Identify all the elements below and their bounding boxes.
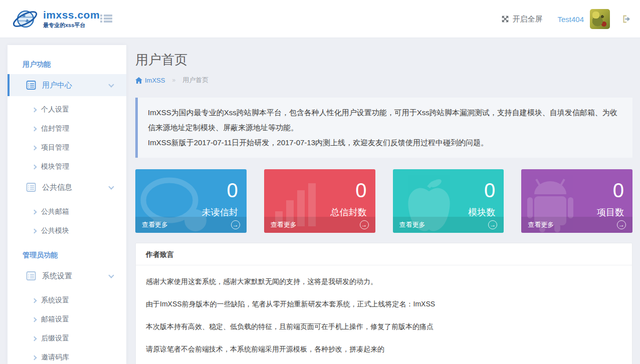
- intro-alert: ImXSS为国内最专业的Xss跨站脚本平台，包含各种人性化用户设置功能，可用于X…: [135, 98, 632, 158]
- fullscreen-label: 开启全屏: [512, 15, 542, 24]
- stat-card-project-count[interactable]: 0 项目数 查看更多 →: [521, 169, 632, 233]
- sidebar-item-public-info[interactable]: 公共信息: [8, 176, 126, 198]
- breadcrumb-current: 用户首页: [182, 76, 208, 85]
- sidebar-item-personal-settings[interactable]: 个人设置: [8, 100, 126, 119]
- sidebar-item-label: 公共信息: [42, 183, 72, 192]
- sidebar-section-user-functions: 用户功能: [8, 59, 126, 69]
- sidebar-item-module-management[interactable]: 模块管理: [8, 157, 126, 176]
- author-paragraph: 请原谅笔者不会前端技术，本系统前端采用开源模板，各种抄改，拼凑起来的: [146, 344, 622, 354]
- author-paragraph: 由于ImXSS前身版本的一些缺陷，笔者从零开始重新研发本套系统，正式上线将定名：…: [146, 299, 622, 309]
- list-alt-icon: [26, 271, 36, 281]
- breadcrumb: ImXSS » 用户首页: [135, 76, 632, 85]
- sidebar-item-label: 用户中心: [42, 81, 72, 90]
- user-avatar[interactable]: [590, 9, 610, 29]
- stat-card-module-count[interactable]: 0 模块数 查看更多 →: [393, 169, 504, 233]
- username-link[interactable]: Test404: [557, 15, 584, 24]
- home-icon: [135, 77, 142, 84]
- sidebar-item-project-management[interactable]: 项目管理: [8, 138, 126, 157]
- chevron-right-icon: [32, 298, 37, 303]
- list-alt-icon: [26, 182, 36, 192]
- sidebar-item-label: 系统设置: [42, 271, 72, 281]
- chevron-right-icon: [32, 126, 37, 131]
- card-more-link[interactable]: 查看更多 →: [393, 217, 504, 233]
- author-paragraph: 感谢大家使用这套系统，感谢大家默默无闻的支持，这将是我研发的动力。: [146, 276, 622, 287]
- author-message-panel: 作者致言 感谢大家使用这套系统，感谢大家默默无闻的支持，这将是我研发的动力。 由…: [135, 243, 632, 364]
- chevron-right-icon: [32, 164, 37, 169]
- stat-value: 0: [227, 179, 238, 202]
- fullscreen-icon: [501, 15, 509, 23]
- sidebar-toggle-list-icon[interactable]: [100, 15, 112, 24]
- sidebar-item-public-module[interactable]: 公共模块: [8, 221, 126, 240]
- chevron-right-icon: [32, 145, 37, 150]
- globe-icon: [11, 5, 39, 33]
- sidebar-item-system-settings[interactable]: 系统设置: [8, 291, 126, 310]
- sidebar-item-invite-code-library[interactable]: 邀请码库: [8, 348, 126, 364]
- arrow-circle-icon: →: [617, 220, 626, 229]
- sidebar-item-system-settings-group[interactable]: 系统设置: [8, 265, 126, 287]
- stat-value: 0: [484, 179, 495, 202]
- logout-icon: [621, 15, 631, 24]
- stat-card-unread-envelopes[interactable]: 0 未读信封 查看更多 →: [135, 169, 247, 233]
- chevron-right-icon: [32, 355, 37, 360]
- page-title: 用户首页: [135, 51, 632, 69]
- logo-title: imxss.com: [43, 9, 100, 21]
- panel-title: 作者致言: [136, 243, 632, 265]
- stat-value: 0: [613, 179, 624, 202]
- list-alt-icon: [26, 80, 36, 90]
- chevron-right-icon: [32, 317, 37, 322]
- card-more-link[interactable]: 查看更多 →: [135, 217, 247, 233]
- intro-line-1: ImXSS为国内最专业的Xss跨站脚本平台，包含各种人性化用户设置功能，可用于X…: [148, 105, 622, 135]
- chevron-right-icon: [32, 228, 37, 233]
- sidebar: 用户功能 用户中心 个人设置 信封管理 项目管理 模块管理 公共信息: [8, 45, 126, 364]
- author-paragraph: 本次版本持有高效、稳定、低负载的特征，且前端页面可在手机上操作，修复了前版本的痛…: [146, 321, 622, 332]
- intro-line-2: ImXSS新版于2017-07-11日开始研发，2017-07-13内测上线，欢…: [148, 135, 622, 150]
- top-header: imxss.com 最专业的xss平台 开启全屏 Test404: [0, 0, 640, 38]
- logo-subtitle: 最专业的xss平台: [43, 22, 100, 29]
- stat-value: 0: [355, 179, 366, 202]
- stat-cards-row: 0 未读信封 查看更多 → 0 总信封数 查看更多 →: [135, 169, 632, 233]
- logout-button[interactable]: [621, 15, 631, 24]
- chevron-right-icon: [32, 336, 37, 341]
- arrow-circle-icon: →: [488, 220, 497, 229]
- breadcrumb-separator: »: [172, 77, 175, 84]
- chevron-right-icon: [32, 107, 37, 112]
- chevron-down-icon: [108, 272, 114, 278]
- chevron-down-icon: [108, 82, 114, 87]
- sidebar-section-admin-functions: 管理员功能: [8, 250, 126, 260]
- fullscreen-button[interactable]: 开启全屏: [501, 15, 542, 24]
- arrow-circle-icon: →: [231, 220, 240, 229]
- stat-card-total-envelopes[interactable]: 0 总信封数 查看更多 →: [264, 169, 375, 233]
- sidebar-item-mailbox-settings[interactable]: 邮箱设置: [8, 310, 126, 329]
- sidebar-item-envelope-management[interactable]: 信封管理: [8, 119, 126, 138]
- card-more-link[interactable]: 查看更多 →: [264, 217, 375, 233]
- site-logo[interactable]: imxss.com 最专业的xss平台: [11, 5, 100, 33]
- chevron-down-icon: [108, 184, 114, 189]
- chevron-right-icon: [32, 209, 37, 214]
- sidebar-item-user-center[interactable]: 用户中心: [8, 74, 126, 96]
- card-more-link[interactable]: 查看更多 →: [521, 217, 632, 233]
- main-content: 用户首页 ImXSS » 用户首页 ImXSS为国内最专业的Xss跨站脚本平台，…: [135, 38, 632, 364]
- sidebar-item-suffix-settings[interactable]: 后缀设置: [8, 329, 126, 348]
- arrow-circle-icon: →: [360, 220, 369, 229]
- sidebar-item-public-mailbox[interactable]: 公共邮箱: [8, 202, 126, 221]
- breadcrumb-home-link[interactable]: ImXSS: [135, 77, 165, 84]
